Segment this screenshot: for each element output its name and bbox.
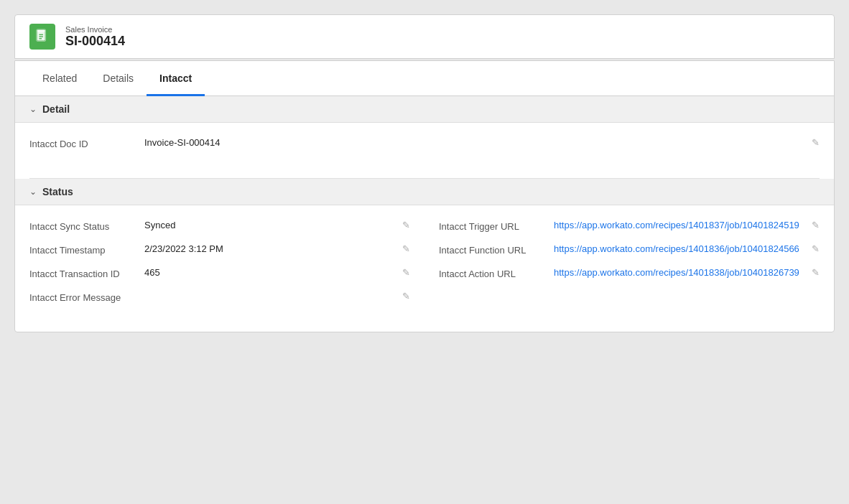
error-message-edit-icon[interactable]: ✎: [402, 291, 410, 302]
svg-rect-1: [37, 30, 45, 32]
field-row-function-url: Intacct Function URL https://app.workato…: [439, 243, 820, 256]
tab-details[interactable]: Details: [90, 61, 147, 96]
invoice-icon: [34, 29, 50, 45]
sync-status-edit-icon[interactable]: ✎: [402, 220, 410, 230]
status-right-col: Intacct Trigger URL https://app.workato.…: [439, 220, 820, 314]
detail-section-header[interactable]: ⌄ Detail: [15, 96, 834, 123]
trigger-url-value[interactable]: https://app.workato.com/recipes/1401837/…: [554, 220, 806, 230]
main-card: Related Details Intacct ⌄ Detail Intacct…: [14, 60, 835, 332]
action-url-label: Intacct Action URL: [439, 267, 554, 279]
detail-section-title: Detail: [42, 103, 70, 115]
field-row-error-message: Intacct Error Message ✎: [29, 291, 410, 303]
chevron-down-icon-2: ⌄: [29, 187, 37, 197]
tabs-bar: Related Details Intacct: [15, 61, 834, 96]
header-subtitle: Sales Invoice: [65, 25, 125, 34]
status-section-header[interactable]: ⌄ Status: [15, 179, 834, 205]
chevron-down-icon: ⌄: [29, 104, 37, 114]
error-message-label: Intacct Error Message: [29, 291, 144, 303]
page-wrapper: Sales Invoice SI-000414 Related Details …: [7, 7, 842, 340]
function-url-label: Intacct Function URL: [439, 243, 554, 256]
field-row-transaction-id: Intacct Transaction ID 465 ✎: [29, 267, 410, 279]
intacct-doc-id-label: Intacct Doc ID: [29, 137, 144, 149]
timestamp-label: Intacct Timestamp: [29, 243, 144, 256]
transaction-id-value: 465: [144, 267, 396, 278]
trigger-url-edit-icon[interactable]: ✎: [812, 220, 820, 230]
tab-intacct[interactable]: Intacct: [147, 61, 205, 96]
intacct-doc-id-value: Invoice-SI-000414: [144, 137, 806, 148]
tab-related[interactable]: Related: [29, 61, 90, 96]
field-row-trigger-url: Intacct Trigger URL https://app.workato.…: [439, 220, 820, 232]
trigger-url-label: Intacct Trigger URL: [439, 220, 554, 232]
timestamp-value: 2/23/2022 3:12 PM: [144, 243, 396, 254]
function-url-value[interactable]: https://app.workato.com/recipes/1401836/…: [554, 243, 806, 254]
sync-status-label: Intacct Sync Status: [29, 220, 144, 232]
action-url-value[interactable]: https://app.workato.com/recipes/1401838/…: [554, 267, 806, 278]
intacct-doc-id-edit-icon[interactable]: ✎: [812, 137, 820, 148]
detail-fields-area: Intacct Doc ID Invoice-SI-000414 ✎: [15, 123, 834, 178]
timestamp-edit-icon[interactable]: ✎: [402, 243, 410, 254]
status-fields-area: Intacct Sync Status Synced ✎ Intacct Tim…: [15, 205, 834, 332]
field-row-timestamp: Intacct Timestamp 2/23/2022 3:12 PM ✎: [29, 243, 410, 256]
field-row-action-url: Intacct Action URL https://app.workato.c…: [439, 267, 820, 279]
field-row-intacct-doc-id: Intacct Doc ID Invoice-SI-000414 ✎: [29, 137, 820, 149]
header-text: Sales Invoice SI-000414: [65, 25, 125, 49]
field-row-sync-status: Intacct Sync Status Synced ✎: [29, 220, 410, 232]
status-left-col: Intacct Sync Status Synced ✎ Intacct Tim…: [29, 220, 410, 314]
transaction-id-edit-icon[interactable]: ✎: [402, 267, 410, 278]
status-section-title: Status: [42, 186, 73, 197]
function-url-edit-icon[interactable]: ✎: [812, 243, 820, 254]
app-icon: [29, 24, 55, 50]
sync-status-value: Synced: [144, 220, 396, 230]
transaction-id-label: Intacct Transaction ID: [29, 267, 144, 279]
header-bar: Sales Invoice SI-000414: [14, 14, 835, 59]
action-url-edit-icon[interactable]: ✎: [812, 267, 820, 278]
header-title: SI-000414: [65, 34, 125, 49]
